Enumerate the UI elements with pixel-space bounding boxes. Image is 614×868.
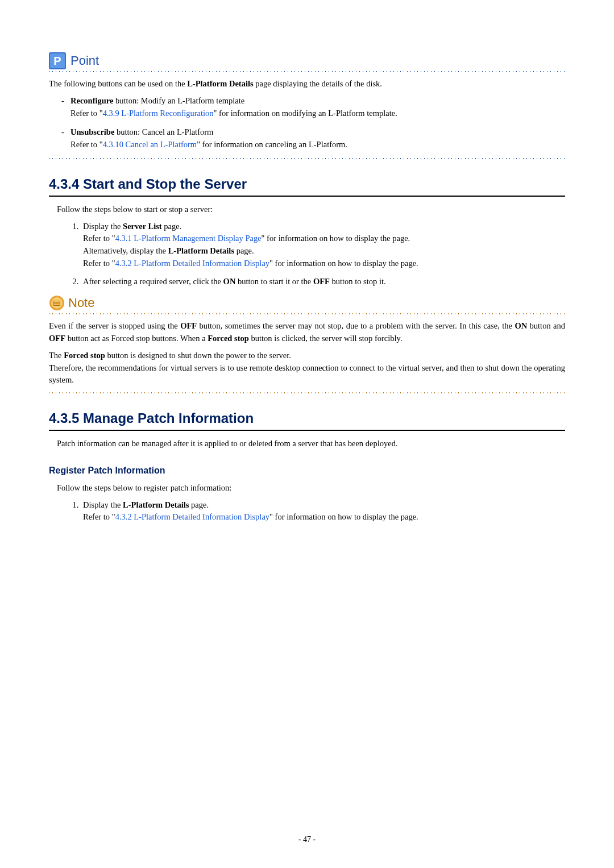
steps-list-435: Display the L-Platform Details page. Ref… (49, 499, 565, 524)
dotted-divider-orange (49, 313, 565, 314)
dotted-divider-orange (49, 392, 565, 393)
cross-ref-link[interactable]: 4.3.10 Cancel an L-Platform (103, 140, 197, 149)
cross-ref-link[interactable]: 4.3.1 L-Platform Management Display Page (115, 234, 262, 243)
text-bold: Forced stop (208, 334, 249, 343)
svg-text:P: P (53, 55, 61, 67)
text-bold: Server List (123, 222, 162, 231)
page-number: - 47 - (49, 833, 565, 845)
point-callout-header: P Point (49, 51, 565, 70)
svg-rect-6 (54, 301, 60, 302)
point-list: Reconfigure button: Modify an L-Platform… (49, 95, 565, 151)
text: " for information on modifying an L-Plat… (214, 109, 397, 118)
text: Therefore, the recommendations for virtu… (49, 363, 565, 385)
text: page displaying the details of the disk. (254, 79, 382, 88)
note-icon (49, 295, 65, 311)
text-bold: L-Platform Details (187, 79, 253, 88)
note-p1: Even if the server is stopped using the … (49, 320, 565, 345)
text: " for information on how to display the … (269, 259, 418, 268)
text: " for information on how to display the … (262, 234, 410, 243)
text: button is designed to shut down the powe… (105, 351, 291, 360)
text: page. (162, 222, 182, 231)
text-bold: Unsubscribe (70, 127, 114, 136)
text: button and (527, 321, 565, 330)
svg-rect-8 (54, 304, 60, 305)
list-item: Display the Server List page. Refer to "… (81, 221, 565, 270)
section-heading-434: 4.3.4 Start and Stop the Server (49, 174, 565, 197)
list-item: After selecting a required server, click… (81, 276, 565, 288)
section-intro: Follow the steps below to start or stop … (57, 203, 565, 216)
text-bold: L-Platform Details (123, 500, 189, 509)
cross-ref-link[interactable]: 4.3.9 L-Platform Reconfiguration (103, 109, 214, 118)
point-label: Point (70, 51, 99, 70)
note-p2: The Forced stop button is designed to sh… (49, 350, 565, 387)
note-callout-header: Note (49, 293, 565, 312)
text: Refer to " (83, 259, 115, 268)
text: button: Modify an L-Platform template (113, 96, 244, 105)
text-bold: ON (223, 277, 236, 286)
text: page. (234, 246, 254, 255)
text: page. (189, 500, 209, 509)
list-item: Unsubscribe button: Cancel an L-Platform… (70, 126, 565, 151)
dotted-divider-blue (49, 158, 565, 159)
text-bold: OFF (180, 321, 197, 330)
text: button to stop it. (330, 277, 386, 286)
text-bold: ON (515, 321, 527, 330)
text: button, sometimes the server may not sto… (197, 321, 515, 330)
subsection-heading: Register Patch Information (49, 464, 565, 477)
text: Display the (83, 222, 123, 231)
text: Refer to " (83, 512, 115, 521)
text: button act as Forced stop buttons. When … (65, 334, 208, 343)
text: The following buttons can be used on the (49, 79, 187, 88)
text: button to start it or the (235, 277, 313, 286)
text: After selecting a required server, click… (83, 277, 223, 286)
point-intro: The following buttons can be used on the… (49, 78, 565, 90)
text: Refer to " (83, 234, 115, 243)
text-bold: Forced stop (64, 351, 105, 360)
page: P Point The following buttons can be use… (0, 0, 614, 868)
section-intro: Patch information can be managed after i… (57, 438, 565, 450)
section-heading-435: 4.3.5 Manage Patch Information (49, 408, 565, 431)
text: Alternatively, display the (83, 246, 168, 255)
text-bold: OFF (49, 334, 65, 343)
subsection-intro: Follow the steps below to register patch… (57, 482, 565, 495)
text: button is clicked, the server will stop … (249, 334, 403, 343)
cross-ref-link[interactable]: 4.3.2 L-Platform Detailed Information Di… (115, 512, 269, 521)
text: " for information on how to display the … (269, 512, 418, 521)
text: The (49, 351, 64, 360)
text: Refer to " (70, 109, 103, 118)
text: button: Cancel an L-Platform (114, 127, 213, 136)
text: Even if the server is stopped using the (49, 321, 180, 330)
steps-list-434: Display the Server List page. Refer to "… (49, 221, 565, 288)
text-bold: L-Platform Details (168, 246, 234, 255)
text: Refer to " (70, 140, 103, 149)
text-bold: Reconfigure (70, 96, 113, 105)
note-label: Note (68, 293, 94, 312)
point-icon: P (49, 52, 66, 69)
dotted-divider-blue (49, 71, 565, 72)
svg-rect-7 (54, 302, 60, 303)
text: Display the (83, 500, 123, 509)
cross-ref-link[interactable]: 4.3.2 L-Platform Detailed Information Di… (115, 259, 269, 268)
list-item: Display the L-Platform Details page. Ref… (81, 499, 565, 524)
text: " for information on canceling an L-Plat… (197, 140, 347, 149)
list-item: Reconfigure button: Modify an L-Platform… (70, 95, 565, 120)
text-bold: OFF (313, 277, 330, 286)
